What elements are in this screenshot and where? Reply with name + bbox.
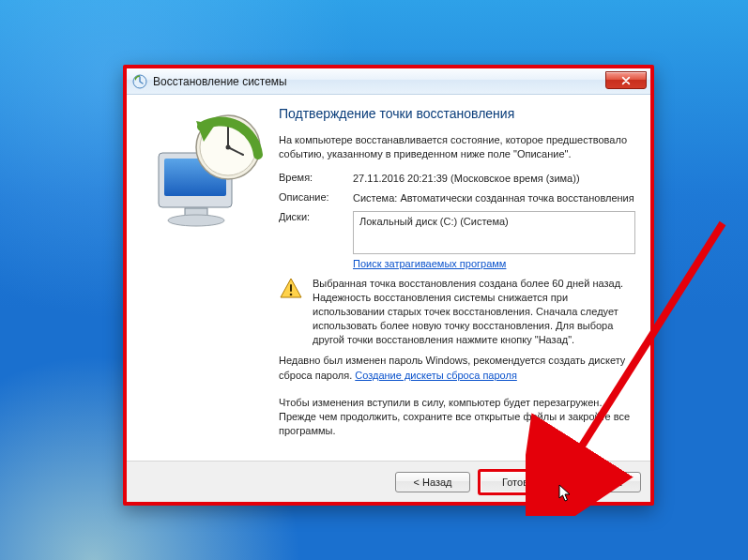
restore-illustration [142,108,273,235]
dialog-body: Подтверждение точки восстановления На ко… [127,95,650,461]
svg-point-7 [226,145,231,150]
dialog-footer: < Назад Готово Отмена [127,461,650,502]
password-reset-disk-link[interactable]: Создание дискеты сброса пароля [355,370,517,381]
svg-point-9 [290,294,293,296]
illustration-panel [136,104,279,461]
final-note: Чтобы изменения вступили в силу, компьют… [279,396,635,439]
finish-button[interactable]: Готово [478,469,558,495]
system-restore-dialog: Восстановление системы [123,65,654,506]
svg-point-4 [168,215,224,226]
scan-affected-programs-link[interactable]: Поиск затрагиваемых программ [353,258,506,269]
window-title: Восстановление системы [153,75,287,88]
warning-section: Выбранная точка восстановления создана б… [279,277,635,346]
time-value: 27.11.2016 20:21:39 (Московское время (з… [353,172,635,186]
disk-item: Локальный диск (C:) (Система) [359,216,629,227]
back-button[interactable]: < Назад [395,472,470,492]
description-value: Система: Автоматически созданная точка в… [353,191,635,205]
disks-listbox[interactable]: Локальный диск (C:) (Система) [353,211,635,254]
svg-rect-8 [290,284,292,292]
time-label: Время: [279,172,349,183]
restore-point-details: Время: 27.11.2016 20:21:39 (Московское в… [279,172,635,269]
system-restore-icon [132,74,147,89]
cancel-button[interactable]: Отмена [566,472,641,492]
page-heading: Подтверждение точки восстановления [279,106,635,122]
disks-label: Диски: [279,211,349,222]
warning-icon [279,277,303,301]
dialog-window: Восстановление системы [127,68,650,502]
close-button[interactable] [605,71,647,89]
title-bar: Восстановление системы [127,68,650,95]
content-panel: Подтверждение точки восстановления На ко… [279,104,635,461]
intro-text: На компьютере восстанавливается состояни… [279,133,635,161]
warning-text: Выбранная точка восстановления создана б… [313,277,635,346]
password-note: Недавно был изменен пароль Windows, реко… [279,354,635,382]
description-label: Описание: [279,191,349,203]
